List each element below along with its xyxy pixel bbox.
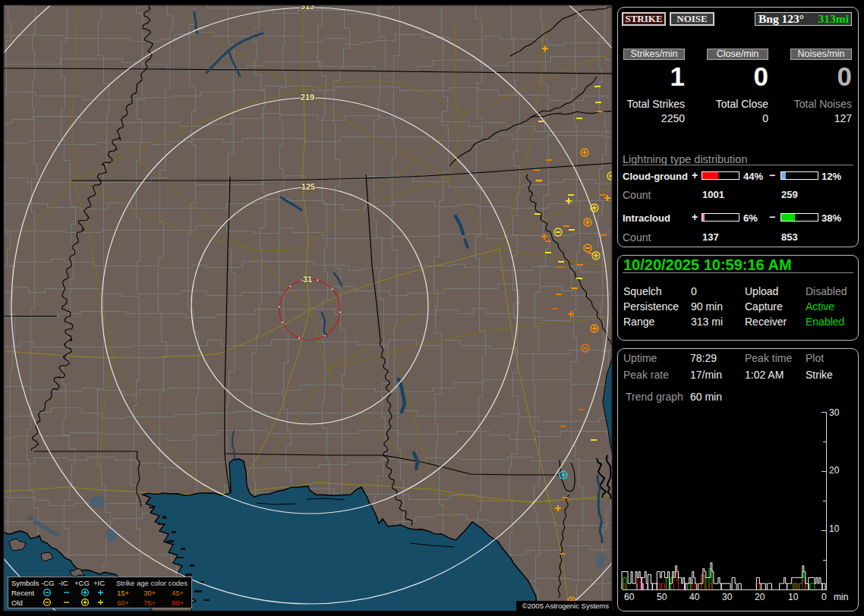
svg-text:219: 219 — [301, 93, 314, 102]
svg-text:31: 31 — [303, 275, 312, 284]
svg-text:125: 125 — [301, 182, 315, 191]
svg-text:313: 313 — [301, 2, 314, 11]
